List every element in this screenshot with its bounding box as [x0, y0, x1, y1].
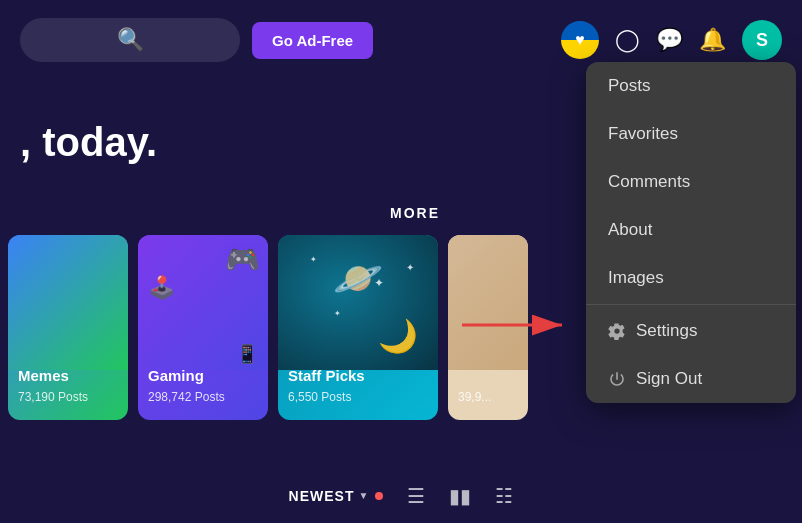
signout-label: Sign Out	[636, 369, 702, 389]
newest-text: NEWEST	[289, 488, 355, 504]
settings-label: Settings	[636, 321, 697, 341]
arrow-indicator	[462, 305, 582, 349]
dropdown-item-comments[interactable]: Comments	[586, 158, 796, 206]
dropdown-item-signout[interactable]: Sign Out	[586, 355, 796, 403]
dropdown-item-images[interactable]: Images	[586, 254, 796, 302]
nav-icons: ♥ ◯ 💬 🔔 S	[561, 20, 782, 60]
hero-text: , today.	[20, 120, 157, 165]
search-bar[interactable]: 🔍	[20, 18, 240, 62]
dropdown-item-favorites[interactable]: Favorites	[586, 110, 796, 158]
notification-icon[interactable]: 🔔	[699, 27, 726, 53]
dropdown-item-posts[interactable]: Posts	[586, 62, 796, 110]
comments-label: Comments	[608, 172, 690, 192]
newest-label[interactable]: NEWEST ▼	[289, 488, 384, 504]
dropdown-item-about[interactable]: About	[586, 206, 796, 254]
filter-icon[interactable]: ☰	[407, 484, 425, 508]
gear-icon	[608, 322, 626, 340]
card-memes-posts: 73,190 Posts	[18, 390, 88, 404]
favorites-label: Favorites	[608, 124, 678, 144]
card-fourth-posts: 39,9...	[458, 390, 491, 404]
about-label: About	[608, 220, 652, 240]
search-icon: 🔍	[117, 27, 144, 53]
posts-label: Posts	[608, 76, 651, 96]
cards-container: Memes 73,190 Posts 🎮 🕹️ 📱 Gaming 298,742…	[0, 235, 528, 420]
card-memes[interactable]: Memes 73,190 Posts	[8, 235, 128, 420]
card-gaming[interactable]: 🎮 🕹️ 📱 Gaming 298,742 Posts	[138, 235, 268, 420]
arrow-svg	[462, 305, 582, 345]
card-staffpicks-label: Staff Picks	[288, 367, 365, 384]
list-view-icon[interactable]: ☷	[495, 484, 513, 508]
newest-dot	[375, 492, 383, 500]
card-memes-label: Memes	[18, 367, 69, 384]
avatar[interactable]: S	[742, 20, 782, 60]
profile-icon[interactable]: ◯	[615, 27, 640, 53]
images-label: Images	[608, 268, 664, 288]
newest-chevron: ▼	[358, 490, 369, 501]
grid-view-icon[interactable]: ▮▮	[449, 484, 471, 508]
bottom-bar: NEWEST ▼ ☰ ▮▮ ☷	[0, 468, 802, 523]
dropdown-divider	[586, 304, 796, 305]
go-ad-free-button[interactable]: Go Ad-Free	[252, 22, 373, 59]
chat-icon[interactable]: 💬	[656, 27, 683, 53]
dropdown-item-settings[interactable]: Settings	[586, 307, 796, 355]
power-icon	[608, 370, 626, 388]
card-gaming-label: Gaming	[148, 367, 204, 384]
more-label: MORE	[390, 205, 440, 221]
ukraine-badge[interactable]: ♥	[561, 21, 599, 59]
card-gaming-posts: 298,742 Posts	[148, 390, 225, 404]
heart-icon: ♥	[575, 31, 585, 49]
card-staffpicks-posts: 6,550 Posts	[288, 390, 351, 404]
dropdown-menu: Posts Favorites Comments About Images Se…	[586, 62, 796, 403]
card-staffpicks[interactable]: ✦ ✦ ✦ ✦ 🌙 🪐 Staff Picks 6,550 Posts	[278, 235, 438, 420]
